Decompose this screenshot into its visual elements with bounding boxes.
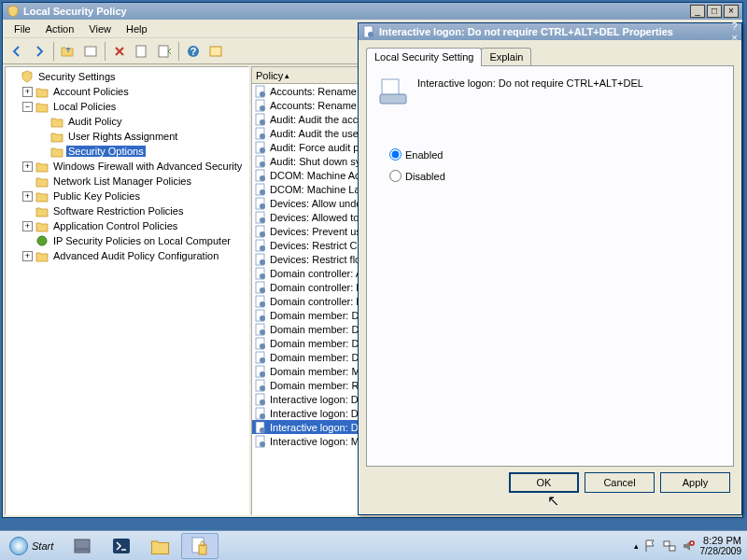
cancel-button[interactable]: Cancel (585, 472, 655, 493)
svg-rect-14 (380, 94, 406, 104)
svg-rect-16 (75, 550, 90, 553)
tab-explain[interactable]: Explain (481, 48, 531, 65)
tree-firewall[interactable]: +Windows Firewall with Advanced Security (22, 159, 247, 174)
menu-file[interactable]: File (7, 21, 38, 36)
tree-pane[interactable]: Security Settings +Account Policies −Loc… (5, 66, 249, 515)
svg-rect-22 (669, 546, 675, 551)
tree-software-restrict[interactable]: Software Restriction Policies (22, 203, 247, 218)
tree-security-options[interactable]: Security Options (37, 144, 247, 159)
menu-action[interactable]: Action (38, 21, 82, 36)
dialog-title: Interactive logon: Do not require CTRL+A… (379, 26, 732, 37)
minimize-button[interactable]: _ (690, 5, 705, 18)
radio-disabled[interactable]: Disabled (389, 170, 722, 182)
svg-rect-21 (664, 541, 669, 546)
help-button[interactable]: ? (183, 41, 204, 62)
task-powershell[interactable] (103, 533, 140, 559)
tray-show-hidden[interactable]: ▴ (634, 541, 639, 551)
system-tray: ▴ 8:29 PM 7/28/2009 (634, 535, 748, 557)
properties-dialog: Interactive logon: Do not require CTRL+A… (358, 22, 742, 515)
back-button[interactable] (7, 41, 27, 62)
menu-view[interactable]: View (81, 21, 119, 36)
dialog-tabpane: Interactive logon: Do not require CTRL+A… (366, 65, 734, 467)
flag-icon[interactable] (644, 539, 657, 553)
tree-audit-policy[interactable]: Audit Policy (37, 114, 247, 129)
svg-text:?: ? (190, 46, 197, 57)
menu-help[interactable]: Help (119, 21, 155, 36)
dialog-close-button[interactable]: × (732, 32, 738, 43)
delete-button[interactable] (109, 41, 130, 62)
forward-button[interactable] (29, 41, 49, 62)
maximize-button[interactable]: □ (707, 5, 722, 18)
tree-network-list[interactable]: Network List Manager Policies (22, 174, 247, 189)
svg-rect-15 (75, 539, 90, 549)
dialog-help-button[interactable]: ? (732, 21, 738, 32)
taskbar: Start ▴ 8:29 PM 7/28/2009 (0, 530, 747, 560)
dialog-titlebar: Interactive logon: Do not require CTRL+A… (359, 23, 741, 40)
svg-rect-7 (136, 46, 146, 57)
network-icon[interactable] (663, 539, 676, 553)
svg-point-12 (37, 236, 47, 245)
tree-local-policies[interactable]: −Local Policies (22, 99, 247, 114)
task-server-manager[interactable] (63, 533, 101, 559)
policy-icon (378, 77, 408, 107)
window-title: Local Security Policy (23, 6, 690, 17)
task-explorer[interactable] (142, 533, 179, 559)
tab-local-security[interactable]: Local Security Setting (366, 48, 482, 66)
tree-ipsec[interactable]: IP Security Policies on Local Computer (22, 233, 247, 248)
up-button[interactable] (58, 41, 78, 62)
ok-button[interactable]: OK (509, 472, 579, 493)
dialog-icon (362, 25, 375, 38)
windows-orb-icon (9, 537, 28, 555)
tree-user-rights[interactable]: User Rights Assignment (37, 129, 247, 144)
radio-enabled[interactable]: Enabled (389, 148, 722, 161)
titlebar: Local Security Policy _ □ × (3, 3, 742, 20)
apply-button[interactable]: Apply (660, 472, 730, 493)
tree-account-policies[interactable]: +Account Policies (22, 84, 247, 99)
export-button[interactable] (154, 41, 175, 62)
volume-icon[interactable] (682, 539, 695, 553)
start-button[interactable]: Start (2, 535, 61, 557)
svg-rect-8 (159, 46, 168, 57)
app-icon (7, 5, 20, 18)
tree-root[interactable]: Security Settings (7, 69, 247, 84)
refresh-button[interactable] (132, 41, 152, 62)
tree-public-key[interactable]: +Public Key Policies (22, 189, 247, 203)
close-button[interactable]: × (724, 5, 739, 18)
svg-rect-11 (210, 47, 221, 56)
svg-rect-6 (85, 47, 96, 56)
task-secpol[interactable] (181, 533, 218, 559)
tree-adv-audit[interactable]: +Advanced Audit Policy Configuration (22, 248, 247, 263)
properties-button[interactable] (80, 41, 101, 62)
tree-app-control[interactable]: +Application Control Policies (22, 218, 247, 233)
options-button[interactable] (205, 41, 226, 62)
clock[interactable]: 8:29 PM 7/28/2009 (700, 535, 742, 557)
policy-heading: Interactive logon: Do not require CTRL+A… (417, 77, 722, 89)
